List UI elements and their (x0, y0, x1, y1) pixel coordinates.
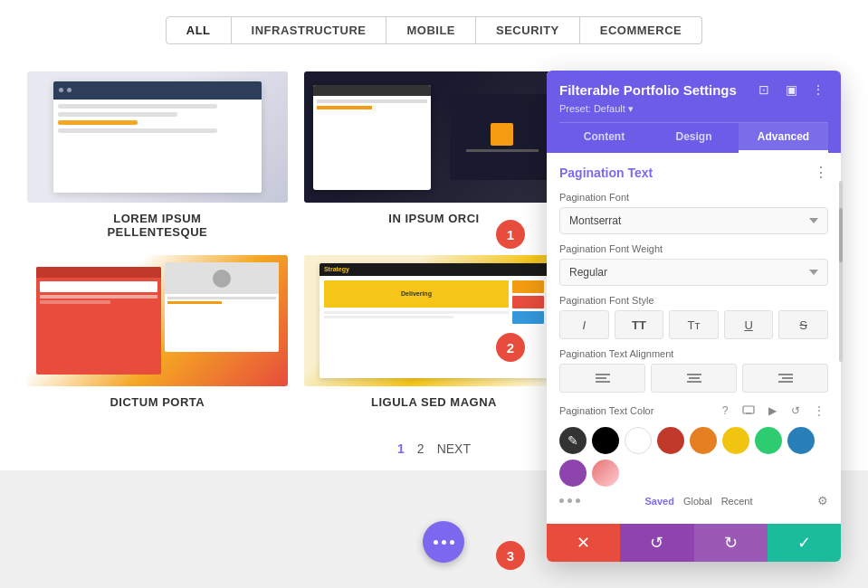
style-underline-btn[interactable]: U (724, 310, 774, 339)
portfolio-label-4: DICTUM PORTA (110, 395, 205, 409)
portfolio-image-2 (304, 71, 565, 203)
color-device-icon[interactable] (739, 402, 758, 420)
font-select[interactable]: Montserrat Open Sans Roboto (559, 207, 828, 234)
style-uppercase-btn[interactable]: TT (615, 310, 664, 339)
step-2: 2 (496, 333, 525, 362)
filter-ecommerce[interactable]: ECOMMERCE (580, 16, 702, 44)
scroll-bar[interactable] (839, 181, 843, 362)
color-purple-swatch[interactable] (559, 460, 587, 487)
panel-preset[interactable]: Preset: Default ▾ (559, 103, 828, 115)
panel-footer: ✕ ↺ ↻ ✓ (547, 524, 841, 562)
panel-header: Filterable Portfolio Settings ⊡ ▣ ⋮ Pres… (547, 71, 841, 153)
color-red-swatch[interactable] (657, 427, 684, 454)
filter-mobile[interactable]: MOBILE (386, 16, 476, 44)
page-2[interactable]: 2 (417, 441, 424, 456)
portfolio-label-2: IN IPSUM ORCI (388, 212, 479, 225)
color-tag-recent[interactable]: Recent (721, 496, 753, 507)
color-help-icon[interactable]: ? (716, 402, 734, 420)
filter-infrastructure[interactable]: INFRASTRUCTURE (232, 16, 387, 44)
color-gear-icon[interactable]: ⚙ (817, 494, 828, 507)
color-undo-icon[interactable]: ↺ (787, 402, 805, 420)
alignment-label: Pagination Text Alignment (559, 348, 828, 359)
svg-rect-9 (743, 406, 754, 413)
color-light-red-swatch[interactable] (592, 460, 619, 487)
color-blue-swatch[interactable] (787, 427, 815, 454)
settings-panel: Filterable Portfolio Settings ⊡ ▣ ⋮ Pres… (547, 71, 841, 562)
color-options-icon[interactable]: ⋮ (810, 402, 828, 420)
step-1: 1 (496, 220, 525, 249)
redo-button[interactable]: ↻ (694, 524, 768, 562)
portfolio-image-1 (27, 71, 288, 203)
scroll-thumb (839, 208, 843, 262)
align-left-btn[interactable] (559, 364, 645, 393)
alignment-buttons (559, 364, 828, 393)
page-1[interactable]: 1 (397, 441, 405, 456)
color-swatches (559, 427, 828, 487)
panel-body: Pagination Text ⋮ Pagination Font Montse… (547, 153, 841, 524)
style-capitalize-btn[interactable]: Tт (669, 310, 719, 339)
color-yellow-swatch[interactable] (722, 427, 749, 454)
align-center-btn[interactable] (651, 364, 737, 393)
list-item: LOREM IPSUMPELLENTESQUE (27, 71, 288, 239)
save-button[interactable]: ✓ (768, 524, 841, 562)
color-black-swatch[interactable] (592, 427, 619, 454)
section-title: Pagination Text (559, 166, 653, 180)
filter-bar: ALL INFRASTRUCTURE MOBILE SECURITY ECOMM… (0, 0, 868, 62)
weight-label: Pagination Font Weight (559, 243, 828, 254)
filter-security[interactable]: SECURITY (476, 16, 580, 44)
step-3: 3 (496, 541, 525, 570)
tab-content[interactable]: Content (559, 123, 649, 153)
color-tag-saved[interactable]: Saved (644, 496, 673, 507)
panel-grid-icon[interactable]: ▣ (781, 80, 801, 100)
color-white-swatch[interactable] (625, 427, 652, 454)
portfolio-label-1: LOREM IPSUMPELLENTESQUE (107, 212, 207, 239)
reset-button[interactable]: ↺ (620, 524, 693, 562)
style-buttons: I TT Tт U S (559, 310, 828, 339)
section-more-icon[interactable]: ⋮ (814, 164, 828, 181)
font-label: Pagination Font (559, 192, 828, 203)
style-strikethrough-btn[interactable]: S (778, 310, 828, 339)
color-footer: Saved Global Recent ⚙ (559, 494, 828, 507)
panel-tabs: Content Design Advanced (559, 122, 828, 153)
filter-all[interactable]: ALL (166, 16, 232, 44)
style-label: Pagination Font Style (559, 295, 828, 306)
panel-title: Filterable Portfolio Settings (559, 82, 737, 98)
cancel-button[interactable]: ✕ (547, 524, 620, 562)
page-next[interactable]: NEXT (437, 441, 471, 456)
color-label: Pagination Text Color (559, 405, 711, 416)
style-italic-btn[interactable]: I (559, 310, 609, 339)
color-edit-swatch[interactable] (559, 427, 587, 454)
list-item: IN IPSUM ORCI (304, 71, 565, 239)
weight-select[interactable]: Regular Bold Light (559, 259, 828, 286)
section-header: Pagination Text ⋮ (559, 164, 828, 181)
color-more-dots[interactable] (559, 498, 580, 503)
portfolio-image-5: Strategy Delivering (304, 255, 565, 386)
panel-more-icon[interactable]: ⋮ (808, 80, 828, 100)
tab-design[interactable]: Design (649, 123, 739, 153)
color-green-swatch[interactable] (755, 427, 782, 454)
portfolio-label-5: LIGULA SED MAGNA (371, 395, 497, 409)
fab-button[interactable] (423, 521, 464, 563)
align-right-btn[interactable] (742, 364, 828, 393)
color-section-header: Pagination Text Color ? ▶ ↺ ⋮ (559, 402, 828, 420)
tab-advanced[interactable]: Advanced (739, 123, 828, 153)
color-tag-global[interactable]: Global (683, 496, 712, 507)
color-orange-swatch[interactable] (690, 427, 717, 454)
color-tags: Saved Global Recent (644, 496, 752, 507)
panel-expand-icon[interactable]: ⊡ (754, 80, 774, 100)
portfolio-image-4 (27, 255, 288, 386)
color-cursor-icon[interactable]: ▶ (763, 402, 781, 420)
list-item: Strategy Delivering (304, 255, 565, 409)
list-item: DICTUM PORTA (27, 255, 288, 409)
panel-title-icons: ⊡ ▣ ⋮ (754, 80, 828, 100)
